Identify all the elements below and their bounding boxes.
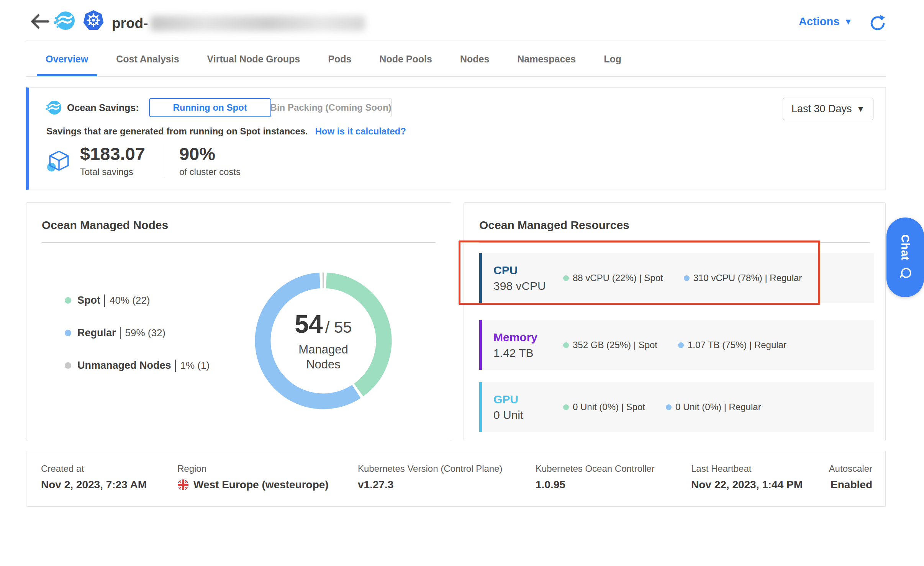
info-ocean-controller: Kubernetes Ocean Controller 1.0.95 <box>536 463 655 491</box>
savings-description: Savings that are generated from running … <box>46 126 406 137</box>
cluster-cost-stat: 90% of cluster costs <box>179 144 241 177</box>
chat-button[interactable]: Chat <box>886 218 924 297</box>
info-autoscaler: Autoscaler Enabled <box>829 463 872 491</box>
cpu-regular-stat: 310 vCPU (78%) | Regular <box>684 273 802 283</box>
donut-center: 54 / 55 Managed Nodes <box>254 272 392 410</box>
info-label: Last Heartbeat <box>691 463 803 474</box>
tab-nodes[interactable]: Nodes <box>451 44 498 76</box>
stat-divider <box>163 144 163 177</box>
ocean-managed-resources-card: Ocean Managed Resources CPU 398 vCPU 88 … <box>464 202 886 441</box>
savings-description-text: Savings that are generated from running … <box>46 126 308 136</box>
memory-regular-stat: 1.07 TB (75%) | Regular <box>678 340 786 350</box>
legend-value: 40% (22) <box>110 294 150 306</box>
cube-icon <box>46 149 72 174</box>
tab-namespaces[interactable]: Namespaces <box>508 44 585 76</box>
managed-nodes-donut: 54 / 55 Managed Nodes <box>254 272 392 410</box>
gpu-name: GPU <box>493 393 563 406</box>
info-value: v1.27.3 <box>358 479 503 491</box>
spot-dot-icon <box>65 297 71 304</box>
cpu-regular-text: 310 vCPU (78%) | Regular <box>693 273 802 283</box>
period-select[interactable]: Last 30 Days ▼ <box>783 98 873 120</box>
tab-pods[interactable]: Pods <box>319 44 360 76</box>
toggle-running-on-spot[interactable]: Running on Spot <box>149 98 271 117</box>
memory-total: 1.42 TB <box>493 347 563 360</box>
ocean-savings-banner: Ocean Savings: Running on Spot Bin Packi… <box>26 87 886 190</box>
tab-log[interactable]: Log <box>595 44 630 76</box>
info-region: Region West Europe (westeurope) <box>177 463 329 491</box>
ocean-logo-icon <box>54 10 75 31</box>
legend-value: 59% (32) <box>125 327 166 339</box>
savings-mode-toggle: Running on Spot Bin Packing (Coming Soon… <box>149 98 392 117</box>
info-created-at: Created at Nov 2, 2023, 7:23 AM <box>41 463 147 491</box>
managed-count: 54 <box>295 309 323 339</box>
chat-bubble-icon <box>898 267 912 280</box>
gpu-regular-text: 0 Unit (0%) | Regular <box>675 402 761 412</box>
cluster-cost-label: of cluster costs <box>179 167 241 177</box>
uk-flag-icon <box>177 479 189 491</box>
total-savings-value: $183.07 <box>80 144 145 164</box>
resource-row-memory: Memory 1.42 TB 352 GB (25%) | Spot 1.07 … <box>479 320 874 370</box>
legend-separator <box>120 327 121 339</box>
regular-dot-icon <box>678 342 684 348</box>
gpu-spot-stat: 0 Unit (0%) | Spot <box>563 402 645 412</box>
regular-dot-icon <box>684 275 690 281</box>
regular-dot-icon <box>666 404 672 410</box>
ocean-savings-label: Ocean Savings: <box>67 102 139 113</box>
cpu-total: 398 vCPU <box>493 280 563 293</box>
period-select-value: Last 30 Days <box>791 103 852 115</box>
legend-label: Spot <box>77 294 100 306</box>
back-arrow-button[interactable] <box>30 13 50 30</box>
memory-spot-stat: 352 GB (25%) | Spot <box>563 340 657 350</box>
info-value: West Europe (westeurope) <box>177 479 329 491</box>
arrow-left-icon <box>30 13 50 30</box>
cpu-spot-stat: 88 vCPU (22%) | Spot <box>563 273 663 283</box>
cluster-cost-value: 90% <box>179 144 241 164</box>
chat-label: Chat <box>899 234 912 261</box>
actions-button[interactable]: Actions ▼ <box>799 15 852 28</box>
total-savings-label: Total savings <box>80 167 145 177</box>
tab-cost-analysis[interactable]: Cost Analysis <box>107 44 188 76</box>
card-divider <box>42 242 436 243</box>
managed-nodes-title: Ocean Managed Nodes <box>42 219 168 232</box>
toggle-bin-packing[interactable]: Bin Packing (Coming Soon) <box>270 98 392 117</box>
kubernetes-logo-icon <box>82 9 105 32</box>
cluster-name-redacted <box>151 16 365 31</box>
page-title: prod- <box>112 15 365 31</box>
refresh-button[interactable] <box>868 14 886 31</box>
info-label: Region <box>177 463 329 474</box>
header: prod- Actions ▼ <box>0 0 924 41</box>
info-value: Nov 2, 2023, 7:23 AM <box>41 479 147 491</box>
savings-stats: $183.07 Total savings 90% of cluster cos… <box>46 144 241 177</box>
legend-separator <box>175 360 176 372</box>
info-label: Autoscaler <box>829 463 872 474</box>
legend-label: Unmanaged Nodes <box>77 360 171 371</box>
refresh-icon <box>868 14 886 31</box>
region-text: West Europe (westeurope) <box>193 479 329 491</box>
tab-bar: Overview Cost Analysis Virtual Node Grou… <box>26 44 886 77</box>
legend-item-regular: Regular 59% (32) <box>65 324 210 342</box>
info-value: Nov 22, 2023, 1:44 PM <box>691 479 803 491</box>
tab-virtual-node-groups[interactable]: Virtual Node Groups <box>198 44 309 76</box>
resource-row-gpu: GPU 0 Unit 0 Unit (0%) | Spot 0 Unit (0%… <box>479 382 874 432</box>
legend-value: 1% (1) <box>180 360 210 371</box>
tab-node-pools[interactable]: Node Pools <box>370 44 441 76</box>
ocean-managed-nodes-card: Ocean Managed Nodes Spot 40% (22) Regula… <box>26 202 451 441</box>
legend-item-unmanaged: Unmanaged Nodes 1% (1) <box>65 357 210 375</box>
spot-dot-icon <box>563 342 569 348</box>
chevron-down-icon: ▼ <box>844 17 852 27</box>
chevron-down-icon: ▼ <box>857 105 865 114</box>
gpu-spot-text: 0 Unit (0%) | Spot <box>573 402 645 412</box>
legend-label: Regular <box>77 327 116 339</box>
info-label: Kubernetes Version (Control Plane) <box>358 463 503 474</box>
how-calculated-link[interactable]: How is it calculated? <box>315 126 406 136</box>
spot-dot-icon <box>563 404 569 410</box>
tab-overview[interactable]: Overview <box>37 44 97 76</box>
gpu-regular-stat: 0 Unit (0%) | Regular <box>666 402 761 412</box>
header-divider <box>26 41 886 41</box>
resource-row-cpu: CPU 398 vCPU 88 vCPU (22%) | Spot 310 vC… <box>479 253 874 303</box>
memory-name: Memory <box>493 330 563 344</box>
memory-regular-text: 1.07 TB (75%) | Regular <box>688 340 786 350</box>
spot-dot-icon <box>563 275 569 281</box>
ocean-wave-icon <box>46 100 62 116</box>
actions-label: Actions <box>799 15 839 28</box>
